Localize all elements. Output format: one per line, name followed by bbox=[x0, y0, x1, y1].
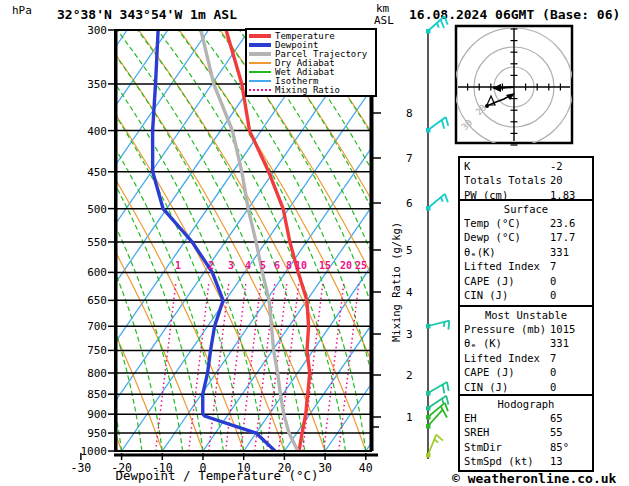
pressure-tick-label: 900 bbox=[87, 408, 107, 421]
grid-line bbox=[428, 321, 449, 326]
isotherm-line bbox=[0, 30, 86, 451]
index-row-k: K-2 bbox=[464, 159, 588, 173]
wet-adiabat-line bbox=[0, 31, 40, 451]
row-label: SREH bbox=[464, 426, 489, 438]
pressure-tick-label: 550 bbox=[87, 236, 107, 249]
dewpoint-line-swatch bbox=[249, 43, 271, 47]
dry-adiabat-line-swatch bbox=[249, 62, 271, 64]
most-unstable-panel: Most Unstable Pressure (mb)1015 θₑ (K)33… bbox=[458, 305, 594, 398]
isotherm-line bbox=[0, 30, 46, 451]
mixing-ratio-value-label: 25 bbox=[355, 260, 367, 271]
km-tick-label: 6 bbox=[406, 197, 413, 210]
km-tick-label: 5 bbox=[406, 244, 413, 257]
row-label: θₑ(K) bbox=[464, 246, 496, 258]
row-label: Dewp (°C) bbox=[464, 231, 521, 243]
row-value: 1015 bbox=[550, 322, 575, 336]
wet-adiabat-line bbox=[0, 31, 81, 451]
mixing-ratio-value-label: 1 bbox=[175, 260, 181, 271]
grid-line bbox=[441, 197, 443, 202]
legend-item-dry-adiabat: Dry Adiabat bbox=[249, 59, 373, 67]
isotherm-line bbox=[0, 30, 5, 451]
km-tick-label: 3 bbox=[406, 328, 413, 341]
mixing-ratio-value-label: 2 bbox=[208, 260, 214, 271]
wind-barb bbox=[426, 194, 448, 211]
row-label: CIN (J) bbox=[464, 381, 508, 393]
wind-barb bbox=[426, 382, 449, 396]
pressure-tick-label: 700 bbox=[87, 320, 107, 333]
legend-item-temperature: Temperature bbox=[249, 32, 373, 40]
index-row-totals: Totals Totals20 bbox=[464, 173, 588, 187]
row-value: 0 bbox=[550, 274, 556, 288]
legend-item-mixing-ratio: Mixing Ratio bbox=[249, 86, 373, 94]
row-value: 331 bbox=[550, 245, 569, 259]
mu-row-li: Lifted Index7 bbox=[464, 351, 588, 365]
most-unstable-panel-title: Most Unstable bbox=[464, 308, 588, 322]
grid-line bbox=[441, 20, 444, 28]
row-label: EH bbox=[464, 412, 477, 424]
temp-tick-label: -20 bbox=[111, 461, 132, 475]
row-label: K bbox=[464, 160, 470, 172]
temp-tick-label: 10 bbox=[237, 461, 251, 475]
surface-row-cape: CAPE (J)0 bbox=[464, 274, 588, 288]
legend-label: Temperature bbox=[275, 32, 335, 40]
legend-label: Isotherm bbox=[275, 77, 318, 85]
surface-row-temp: Temp (°C)23.6 bbox=[464, 216, 588, 230]
surface-panel: Surface Temp (°C)23.6 Dewp (°C)17.7 θₑ(K… bbox=[458, 199, 594, 309]
mixing-ratio-value-label: 20 bbox=[340, 260, 352, 271]
grid-line bbox=[447, 382, 449, 391]
pressure-tick-label: 500 bbox=[87, 203, 107, 216]
pressure-tick-label: 750 bbox=[87, 344, 107, 357]
row-value: -2 bbox=[550, 159, 563, 173]
row-label: CAPE (J) bbox=[464, 275, 515, 287]
wet-adiabat-line bbox=[606, 31, 629, 451]
wet-adiabat-line-swatch bbox=[249, 71, 271, 73]
wet-adiabat-line bbox=[0, 31, 142, 451]
km-tick-label: 1 bbox=[406, 411, 413, 424]
dry-adiabat-line bbox=[0, 31, 81, 451]
wet-adiabat-line bbox=[36, 31, 223, 451]
pressure-tick-label: 950 bbox=[87, 427, 107, 440]
grid-line bbox=[442, 120, 444, 129]
row-label: θₑ (K) bbox=[464, 337, 502, 349]
temp-tick-label: -10 bbox=[152, 461, 173, 475]
hodograph: 2030 bbox=[455, 26, 573, 146]
legend: Temperature Dewpoint Parcel Trajectory D… bbox=[245, 28, 377, 97]
grid-line bbox=[436, 435, 443, 441]
hodo-row-stmdir: StmDir85° bbox=[464, 440, 588, 454]
grid-line bbox=[448, 321, 449, 330]
row-label: StmSpd (kt) bbox=[464, 455, 534, 467]
mixing-ratio-value-label: 15 bbox=[319, 260, 331, 271]
pressure-tick-label: 300 bbox=[87, 24, 107, 37]
hodo-row-eh: EH65 bbox=[464, 411, 588, 425]
wet-adiabat-line bbox=[0, 31, 20, 451]
pressure-tick-label: 450 bbox=[87, 166, 107, 179]
hodo-row-sreh: SREH55 bbox=[464, 425, 588, 439]
legend-item-isotherm: Isotherm bbox=[249, 77, 373, 85]
grid-line bbox=[445, 194, 448, 202]
km-tick-label: 4 bbox=[406, 286, 413, 299]
mu-row-thetae: θₑ (K)331 bbox=[464, 336, 588, 350]
row-label: StmDir bbox=[464, 441, 502, 453]
wind-barb bbox=[426, 117, 448, 132]
row-label: Temp (°C) bbox=[464, 217, 521, 229]
grid-line bbox=[428, 435, 436, 455]
grid-line bbox=[444, 322, 445, 327]
grid-line bbox=[446, 396, 448, 405]
storm-motion-arrow bbox=[499, 87, 514, 88]
row-label: CIN (J) bbox=[464, 289, 508, 301]
isotherm-line-swatch bbox=[249, 80, 271, 82]
mu-row-pressure: Pressure (mb)1015 bbox=[464, 322, 588, 336]
wet-adiabat-line bbox=[16, 31, 203, 451]
pressure-tick-label: 650 bbox=[87, 294, 107, 307]
row-label: Lifted Index bbox=[464, 352, 540, 364]
legend-label: Dewpoint bbox=[275, 41, 318, 49]
row-value: 65 bbox=[550, 411, 563, 425]
row-value: 20 bbox=[550, 173, 563, 187]
pressure-tick-label: 350 bbox=[87, 78, 107, 91]
legend-label: Dry Adiabat bbox=[275, 59, 335, 67]
row-value: 0 bbox=[550, 365, 556, 379]
mixing-ratio-value-label: 10 bbox=[295, 260, 307, 271]
row-value: 7 bbox=[550, 351, 556, 365]
row-value: 0 bbox=[550, 380, 556, 394]
mixing-ratio-line bbox=[255, 283, 275, 451]
